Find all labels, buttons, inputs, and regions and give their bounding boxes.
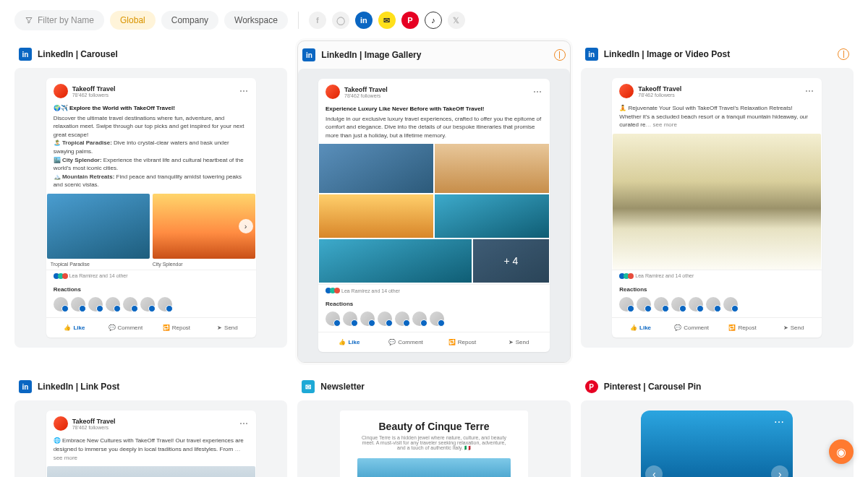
- like-button[interactable]: 👍 Like: [49, 322, 101, 333]
- mailchimp-icon: ✉: [302, 380, 315, 393]
- post-text: Discover the ultimate travel destination…: [54, 114, 249, 139]
- more-icon[interactable]: ⋯: [239, 418, 249, 429]
- reactions-label: Reactions: [46, 282, 256, 294]
- linkedin-icon: in: [19, 380, 32, 393]
- instagram-icon[interactable]: ◯: [332, 12, 349, 29]
- linkedin-icon: in: [585, 48, 598, 61]
- post-title: Experience Luxury Like Never Before with…: [326, 105, 542, 113]
- post-preview: Takeoff Travel 78'462 followers ⋯ 🌍✈️ Ex…: [46, 78, 256, 338]
- divider: [298, 12, 299, 29]
- globe-icon: [838, 48, 849, 60]
- pin-preview: ⋯ ‹ › Takeoff Travel 12.598 followers Fo…: [641, 411, 793, 477]
- card-title: LinkedIn | Link Post: [38, 382, 119, 392]
- reactions-text: Lea Ramirez and 14 other: [341, 288, 400, 293]
- gallery-image: [435, 194, 549, 238]
- filter-input[interactable]: Filter by Name: [14, 10, 104, 30]
- repost-button[interactable]: 🔁 Repost: [434, 337, 490, 348]
- help-fab[interactable]: ◉: [829, 439, 854, 464]
- newsletter-image: [357, 458, 511, 477]
- post-followers: 78'462 followers: [72, 425, 116, 430]
- card-linkedin-link[interactable]: in LinkedIn | Link Post Takeoff Travel 7…: [14, 373, 287, 477]
- linkedin-icon: in: [19, 48, 32, 61]
- gallery-image: [435, 144, 549, 193]
- post-preview: Takeoff Travel 78'462 followers ⋯ Experi…: [318, 79, 550, 352]
- pinterest-icon: P: [585, 380, 598, 393]
- more-icon[interactable]: ⋯: [239, 86, 249, 96]
- mailchimp-icon[interactable]: ✉: [378, 12, 396, 29]
- facebook-icon[interactable]: f: [309, 12, 326, 29]
- send-button[interactable]: ➤ Send: [202, 322, 253, 333]
- post-followers: 78'462 followers: [344, 93, 388, 98]
- card-title: Pinterest | Carousel Pin: [604, 382, 702, 392]
- reactions-label: Reactions: [318, 296, 550, 309]
- post-title: 🌍✈️ Explore the World with TakeOff Trave…: [54, 104, 249, 113]
- see-more[interactable]: … see more: [645, 121, 677, 128]
- more-icon[interactable]: ⋯: [533, 87, 542, 97]
- reactions-text: Lea Ramirez and 14 other: [635, 273, 694, 278]
- reactions-text: Lea Ramirez and 14 other: [69, 273, 128, 278]
- scope-workspace[interactable]: Workspace: [224, 11, 288, 30]
- gallery-image: [319, 239, 472, 283]
- card-title: Newsletter: [320, 382, 365, 392]
- post-author: Takeoff Travel: [72, 85, 116, 93]
- post-author: Takeoff Travel: [638, 85, 681, 93]
- post-author: Takeoff Travel: [72, 418, 116, 425]
- pin-next-icon[interactable]: ›: [771, 465, 788, 477]
- tiktok-icon[interactable]: ♪: [425, 12, 442, 29]
- carousel-image: [47, 194, 150, 259]
- repost-button[interactable]: 🔁 Repost: [717, 322, 768, 333]
- carousel-next-icon[interactable]: ›: [239, 219, 253, 233]
- newsletter-sub: Cinque Terre is a hidden jewel where nat…: [357, 435, 511, 451]
- more-icon[interactable]: ⋯: [774, 416, 786, 428]
- post-followers: 78'462 followers: [72, 93, 116, 98]
- comment-button[interactable]: 💬 Comment: [666, 322, 718, 333]
- comment-button[interactable]: 💬 Comment: [100, 322, 151, 333]
- caption: Tropical Paradise: [51, 262, 150, 267]
- card-linkedin-image-video[interactable]: in LinkedIn | Image or Video Post Takeof…: [581, 40, 854, 363]
- scope-company[interactable]: Company: [161, 11, 218, 30]
- card-linkedin-carousel[interactable]: in LinkedIn | Carousel Takeoff Travel 78…: [14, 40, 287, 363]
- newsletter-heading: Beauty of Cinque Terre: [357, 421, 511, 432]
- newsletter-preview: Beauty of Cinque Terre Cinque Terre is a…: [340, 411, 528, 477]
- post-text: Indulge in our exclusive luxury travel e…: [326, 115, 542, 140]
- card-linkedin-gallery[interactable]: in LinkedIn | Image Gallery Takeoff Trav…: [297, 40, 570, 363]
- more-icon[interactable]: ⋯: [805, 86, 814, 96]
- post-image: [613, 134, 821, 270]
- send-button[interactable]: ➤ Send: [490, 337, 547, 348]
- post-text: 🌐 Embrace New Cultures with TakeOff Trav…: [54, 437, 244, 452]
- card-title: LinkedIn | Carousel: [38, 49, 118, 59]
- repost-button[interactable]: 🔁 Repost: [151, 322, 203, 333]
- scope-global[interactable]: Global: [110, 11, 156, 30]
- post-author: Takeoff Travel: [344, 86, 388, 93]
- gallery-more[interactable]: + 4: [473, 239, 549, 283]
- globe-icon: [554, 49, 566, 61]
- like-button[interactable]: 👍 Like: [321, 337, 378, 348]
- pin-prev-icon[interactable]: ‹: [645, 465, 663, 477]
- post-followers: 78'462 followers: [638, 93, 681, 98]
- x-icon[interactable]: 𝕏: [448, 12, 465, 29]
- pinterest-icon[interactable]: P: [401, 12, 419, 29]
- video-preview[interactable]: 0:00 / 1:16 🔊 ⛶: [47, 466, 255, 477]
- linkedin-icon[interactable]: in: [355, 12, 373, 29]
- comment-button[interactable]: 💬 Comment: [378, 337, 434, 348]
- avatar: [54, 416, 68, 431]
- linkedin-icon: in: [302, 48, 315, 61]
- card-newsletter[interactable]: ✉ Newsletter Beauty of Cinque Terre Cinq…: [297, 373, 570, 477]
- card-title: LinkedIn | Image or Video Post: [604, 49, 731, 59]
- reactions-label: Reactions: [612, 282, 822, 294]
- like-button[interactable]: 👍 Like: [615, 322, 666, 333]
- post-preview: Takeoff Travel 78'462 followers ⋯ 🧘 Reju…: [612, 78, 822, 338]
- avatar: [326, 85, 340, 99]
- filter-placeholder: Filter by Name: [38, 15, 94, 25]
- avatar: [54, 84, 68, 98]
- pin-image: ⋯ ‹ ›: [641, 411, 793, 477]
- gallery-image: [319, 194, 433, 238]
- avatar: [619, 84, 634, 98]
- card-pinterest-carousel[interactable]: P Pinterest | Carousel Pin ⋯ ‹ › Takeoff…: [581, 373, 854, 477]
- post-preview: Takeoff Travel 78'462 followers ⋯ 🌐 Embr…: [46, 411, 256, 477]
- gallery-image: [319, 144, 433, 193]
- send-button[interactable]: ➤ Send: [768, 322, 820, 333]
- card-title: LinkedIn | Image Gallery: [321, 50, 421, 60]
- filter-icon: [25, 16, 33, 25]
- caption: City Splendor: [153, 262, 252, 267]
